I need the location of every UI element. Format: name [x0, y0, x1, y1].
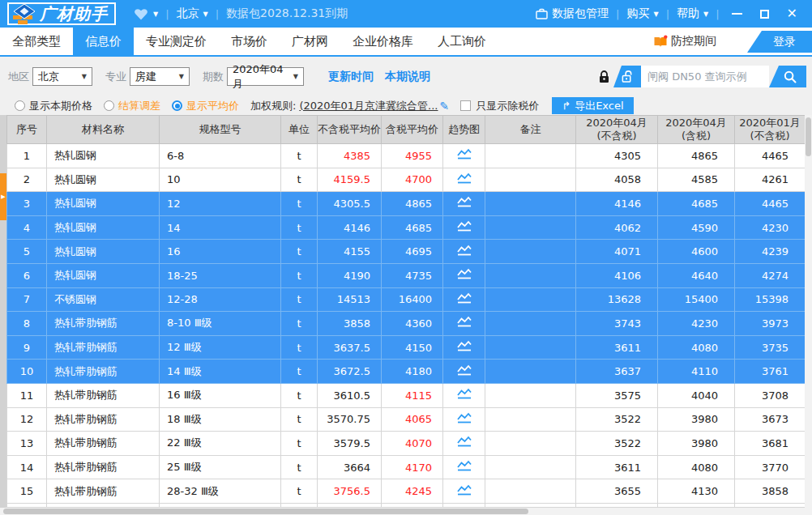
radio-settlement-adjust[interactable]: 结算调差	[104, 99, 160, 113]
lock-open-toggle[interactable]	[613, 66, 641, 87]
tax-excluded-checkbox[interactable]	[460, 100, 471, 111]
table-cell: 15	[7, 479, 47, 504]
trend-chart-button[interactable]	[443, 312, 485, 336]
period-note-button[interactable]: 本期说明	[385, 70, 430, 84]
update-time-button[interactable]: 更新时间	[328, 70, 374, 84]
trend-chart-button[interactable]	[443, 192, 485, 216]
table-row[interactable]: 2热轧圆钢10t4159.54700405845854261	[7, 168, 806, 192]
close-button[interactable]: ✕	[787, 7, 797, 20]
lock-closed-toggle[interactable]	[594, 70, 613, 84]
trend-chart-button[interactable]	[443, 455, 485, 479]
radio-average-price[interactable]: 显示平均价	[172, 99, 239, 113]
region-select[interactable]: 北京 ▼	[32, 67, 92, 86]
login-button[interactable]: 登录	[747, 31, 812, 53]
table-cell	[485, 455, 576, 479]
table-row[interactable]: 1热轧圆钢6-8t43854955430548654465	[7, 144, 806, 168]
radio-icon	[104, 100, 114, 111]
region-switcher[interactable]: 北京 ▼	[177, 6, 208, 21]
table-cell: 热轧圆钢	[47, 215, 160, 240]
trend-chart-button[interactable]	[443, 407, 485, 432]
maximize-button[interactable]	[760, 10, 769, 19]
notice-book-icon	[653, 35, 668, 49]
table-cell	[485, 168, 576, 192]
minimize-button[interactable]	[732, 13, 742, 15]
table-cell: 4305	[576, 144, 658, 168]
table-cell: 4590	[658, 215, 735, 240]
table-row[interactable]: 3热轧圆钢12t4305.54865414646854465	[7, 192, 806, 216]
vertical-scrollbar[interactable]	[805, 115, 812, 508]
trend-chart-button[interactable]	[443, 335, 485, 360]
column-header: 含税平均价	[382, 116, 443, 144]
trend-chart-button[interactable]	[443, 479, 485, 504]
trend-chart-button[interactable]	[443, 263, 485, 287]
table-row[interactable]: 7不锈圆钢12-28t1451316400136281540015398	[7, 287, 806, 312]
tab-1[interactable]: 全部类型	[0, 28, 73, 55]
table-row[interactable]: 13热轧带肋钢筋22 Ⅲ级t3579.54070352239803681	[7, 432, 806, 456]
table-cell: t	[281, 215, 318, 240]
side-panel-expander[interactable]: ▶	[0, 173, 6, 220]
export-excel-button[interactable]: ↱ 导出Excel	[552, 97, 633, 114]
tab-5[interactable]: 广材网	[280, 28, 340, 55]
trend-chart-button[interactable]	[443, 144, 485, 168]
radio-current-period[interactable]: 显示本期价格	[15, 99, 92, 113]
table-row[interactable]: 5热轧圆钢16t41554695407146004239	[7, 240, 806, 264]
table-cell: 14 Ⅲ级	[160, 360, 281, 384]
table-row[interactable]: 8热轧带肋钢筋8-10 Ⅲ级t38584360374342303973	[7, 312, 806, 336]
help-menu[interactable]: 帮助 ▼	[677, 6, 708, 21]
horizontal-scrollbar[interactable]	[0, 508, 812, 515]
trend-chart-button[interactable]	[443, 287, 485, 312]
tab-7[interactable]: 人工询价	[425, 28, 498, 55]
trend-chart-button[interactable]	[443, 240, 485, 264]
trend-chart-button[interactable]	[443, 215, 485, 240]
table-cell: 13	[7, 432, 47, 456]
tab-3[interactable]: 专业测定价	[134, 28, 219, 55]
search-input[interactable]	[641, 66, 769, 87]
table-cell	[160, 503, 281, 507]
period-select-value: 2020年04月	[233, 62, 293, 92]
trend-chart-button[interactable]	[443, 360, 485, 384]
major-select[interactable]: 房建 ▼	[130, 67, 190, 86]
table-row[interactable]: 10热轧带肋钢筋14 Ⅲ级t3672.54180363741103761	[7, 360, 806, 384]
table-cell: 3973	[735, 312, 806, 336]
table-row[interactable]: 9热轧带肋钢筋12 Ⅲ级t3637.54150361140803735	[7, 335, 806, 360]
table-cell: 4239	[735, 240, 806, 264]
weight-rule-link[interactable]: (2020年01月京津冀综合管...	[299, 99, 438, 113]
trend-line-icon	[455, 387, 473, 401]
table-row[interactable]: 15热轧带肋钢筋28-32 Ⅲ级t3756.54245365541303858	[7, 479, 806, 504]
period-select[interactable]: 2020年04月 ▼	[227, 67, 304, 86]
trend-chart-button[interactable]	[443, 168, 485, 192]
vertical-scrollbar-thumb[interactable]	[806, 117, 811, 156]
trend-chart-button[interactable]	[443, 383, 485, 407]
vip-badge[interactable]: ▼	[133, 7, 158, 21]
table-cell: 4385	[318, 144, 382, 168]
search-button[interactable]	[769, 66, 806, 87]
package-manage-label: 数据包管理	[552, 6, 609, 21]
table-cell: 12-28	[160, 287, 281, 312]
horizontal-scrollbar-thumb[interactable]	[3, 509, 528, 514]
column-header: 单位	[281, 116, 318, 144]
notice-link[interactable]: 防控期间	[653, 28, 742, 55]
table-cell: 12	[7, 407, 47, 432]
table-cell	[576, 503, 658, 507]
radio-adjust-label: 结算调差	[118, 99, 160, 113]
table-row[interactable]: 12热轧带肋钢筋18 Ⅲ级t3570.754065352239803673	[7, 407, 806, 432]
trend-chart-button[interactable]	[443, 432, 485, 456]
table-cell: t	[281, 335, 318, 360]
table-row[interactable]: 11热轧带肋钢筋16 Ⅲ级t3610.54115357540403708	[7, 383, 806, 407]
table-cell: t	[281, 360, 318, 384]
table-row[interactable]: 6热轧圆钢18-25t41904735410646404274	[7, 263, 806, 287]
table-cell: 3611	[576, 335, 658, 360]
table-cell: 3	[7, 192, 47, 216]
table-row[interactable]: 14热轧带肋钢筋25 Ⅲ级t36644170361140803770	[7, 455, 806, 479]
table-row[interactable]: 4热轧圆钢14t41464685406245904230	[7, 215, 806, 240]
tab-4[interactable]: 市场价	[219, 28, 280, 55]
trend-line-icon	[455, 219, 473, 233]
table-cell: 4040	[658, 383, 735, 407]
tab-6[interactable]: 企业价格库	[340, 28, 425, 55]
buy-menu[interactable]: 购买 ▼	[627, 6, 659, 21]
table-cell	[485, 144, 576, 168]
edit-pencil-icon[interactable]: ✎	[440, 100, 450, 113]
table-cell	[485, 407, 576, 432]
tab-2[interactable]: 信息价	[73, 28, 134, 55]
package-manage-menu[interactable]: 数据包管理	[536, 6, 609, 21]
